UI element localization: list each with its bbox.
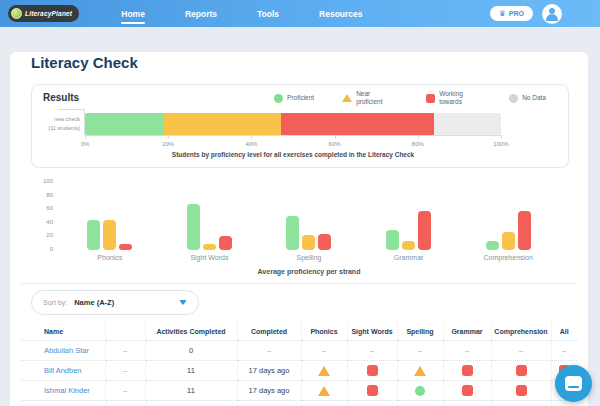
bar-near-proficient [402, 241, 415, 250]
x-tick [501, 135, 502, 139]
blank-cell: – [105, 381, 145, 401]
table-row: Abdullah Star–0––––––– [21, 341, 577, 361]
proficiency-cell [347, 361, 397, 381]
strand-bar-groups [60, 175, 558, 250]
triangle-mark-icon [318, 386, 330, 396]
student-name-link[interactable]: Abdullah Star [44, 346, 89, 355]
square-mark-icon [462, 385, 473, 396]
table-header-row: NameActivities CompletedCompletedPhonics… [21, 322, 577, 341]
stacked-bar-row-label: new check (11 students) [32, 115, 80, 133]
x-tick-label: 20% [162, 141, 174, 147]
bar-working-towards [318, 234, 331, 250]
top-nav: LiteracyPlanet HomeReportsToolsResources… [0, 0, 600, 27]
student-name-cell: Iva Kelpia [21, 401, 105, 406]
legend-label: Near proficient [356, 90, 398, 106]
activities-completed-cell: 11 [145, 361, 237, 381]
nav-item-home[interactable]: Home [121, 9, 145, 19]
dash-icon: – [465, 346, 469, 355]
bar-near-proficient [203, 244, 216, 250]
proficiency-cell [301, 381, 347, 401]
activities-completed-cell: 11 [145, 381, 237, 401]
page-title: Literacy Check [31, 54, 138, 71]
square-mark-icon [462, 365, 473, 376]
square-mark-icon [367, 385, 378, 396]
y-tick-label: 40 [31, 219, 53, 225]
proficiency-cell [443, 361, 491, 381]
bar-proficient [187, 204, 200, 250]
bar-near-proficient [103, 220, 116, 250]
category-label: Grammar [359, 254, 459, 261]
column-header-activities-completed: Activities Completed [145, 322, 237, 341]
proficiency-cell [443, 381, 491, 401]
dash-icon: – [123, 366, 127, 375]
chevron-down-icon [179, 300, 187, 305]
proficiency-cell [347, 381, 397, 401]
results-title: Results [43, 92, 79, 103]
triangle-swatch-icon [342, 94, 352, 102]
bar-proficient [486, 241, 499, 250]
legend-label: Working towards [439, 90, 481, 106]
x-tick [85, 135, 86, 139]
proficiency-cell: – [397, 341, 443, 361]
planet-icon [11, 8, 22, 19]
dash-icon: – [519, 346, 523, 355]
literacyplanet-logo[interactable]: LiteracyPlanet [8, 5, 79, 22]
square-swatch-icon [426, 94, 435, 103]
x-tick-label: 80% [412, 141, 424, 147]
x-tick-label: 0% [81, 141, 90, 147]
nav-item-resources[interactable]: Resources [319, 9, 362, 19]
activities-completed-cell: 0 [145, 401, 237, 406]
axis-bracket [58, 109, 85, 110]
column-header-blank [105, 322, 145, 341]
blank-cell: – [105, 361, 145, 381]
sort-dropdown[interactable]: Sort by: Name (A-Z) [31, 290, 199, 315]
legend-item-circle: No Data [509, 94, 546, 103]
column-header-sight-words: Sight Words [347, 322, 397, 341]
table-row: Bill Andben–1117 days ago [21, 361, 577, 381]
circle-mark-icon [415, 386, 425, 396]
triangle-mark-icon [318, 366, 330, 376]
column-header-spelling: Spelling [397, 322, 443, 341]
legend-item-square: Working towards [426, 90, 481, 106]
nav-item-reports[interactable]: Reports [185, 9, 217, 19]
dash-icon: – [562, 346, 566, 355]
bar-near-proficient [502, 232, 515, 250]
category-label: Phonics [60, 254, 160, 261]
proficiency-cell: – [491, 341, 551, 361]
nav-item-tools[interactable]: Tools [257, 9, 279, 19]
proficiency-cell [397, 361, 443, 381]
y-tick-label: 80 [31, 192, 53, 198]
legend-label: Proficient [287, 94, 314, 102]
dash-icon: – [123, 346, 127, 355]
dash-icon: – [322, 346, 326, 355]
column-header-comprehension: Comprehension [491, 322, 551, 341]
circle-swatch-icon [274, 94, 283, 103]
student-name-cell: Ishmal Kinder [21, 381, 105, 401]
proficiency-cell [443, 401, 491, 406]
bar-proficient [87, 220, 100, 250]
user-avatar-button[interactable] [542, 4, 562, 24]
strand-chart: 020406080100 PhonicsSight WordsSpellingG… [31, 175, 569, 283]
student-name-link[interactable]: Bill Andben [44, 366, 82, 375]
person-icon [542, 4, 562, 24]
dash-icon: – [370, 346, 374, 355]
pro-button[interactable]: ♛ PRO [490, 6, 533, 21]
column-header-phonics: Phonics [301, 322, 347, 341]
bar-group-comprehension [458, 175, 558, 250]
bar-working-towards [119, 244, 132, 250]
bar-group-grammar [359, 175, 459, 250]
x-tick [335, 135, 336, 139]
category-label: Sight Words [160, 254, 260, 261]
proficiency-cell [491, 381, 551, 401]
column-header-completed: Completed [237, 322, 301, 341]
blank-cell [105, 401, 145, 406]
chat-bubble-icon [565, 376, 582, 391]
category-label: Comprehension [458, 254, 558, 261]
chat-button[interactable] [555, 365, 592, 402]
proficiency-cell [301, 401, 347, 406]
student-name-link[interactable]: Ishmal Kinder [44, 386, 90, 395]
dash-icon: – [418, 346, 422, 355]
segment-near-proficient [164, 113, 280, 135]
strand-category-labels: PhonicsSight WordsSpellingGrammarCompreh… [60, 254, 558, 261]
column-header-all: All [551, 322, 577, 341]
